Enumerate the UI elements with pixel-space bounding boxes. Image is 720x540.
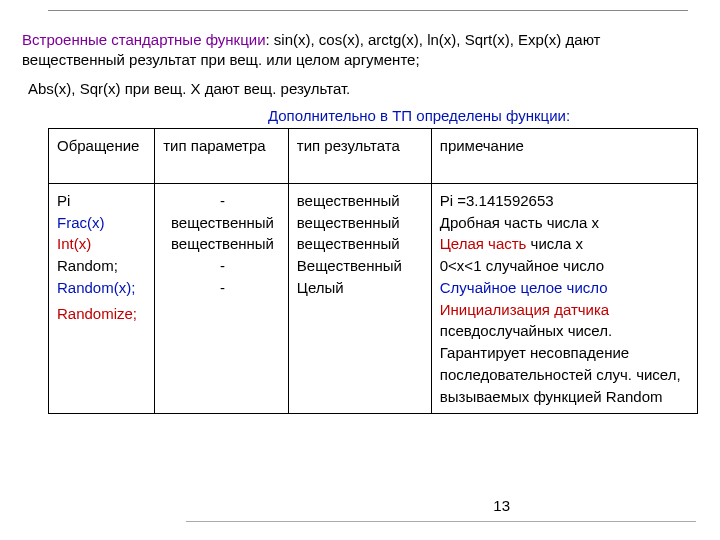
hdr-param: тип параметра xyxy=(155,128,289,183)
param-r5: - xyxy=(163,277,282,299)
top-rule xyxy=(48,10,688,11)
cell-results: вещественный вещественный вещественный В… xyxy=(288,183,431,414)
cell-notes: Pi =3.141592653 Дробная часть числа x Це… xyxy=(431,183,697,414)
call-randomize: Randomize; xyxy=(57,303,148,325)
intro-line: Встроенные стандартные функции: sin(x), … xyxy=(22,30,698,71)
call-random: Random; xyxy=(57,255,148,277)
res-r0: вещественный xyxy=(297,190,425,212)
note-r2: Целая часть числа x xyxy=(440,233,691,255)
res-r3: Вещественный xyxy=(297,255,425,277)
functions-table: Обращение тип параметра тип результата п… xyxy=(48,128,698,415)
line2: Abs(x), Sqr(x) при вещ. X дают вещ. резу… xyxy=(28,79,698,99)
res-r4: Целый xyxy=(297,277,425,299)
call-frac: Frac(x) xyxy=(57,212,148,234)
note-r6: псевдослучайных чисел. xyxy=(440,320,691,342)
cell-calls: Pi Frac(x) Int(x) Random; Random(x); Ran… xyxy=(49,183,155,414)
hdr-call: Обращение xyxy=(49,128,155,183)
page-number: 13 xyxy=(493,497,510,514)
param-r3: - xyxy=(163,255,282,277)
param-r1: вещественный xyxy=(163,212,282,234)
res-r2: вещественный xyxy=(297,233,425,255)
note-r4: Случайное целое число xyxy=(440,277,691,299)
call-random-x: Random(x); xyxy=(57,277,148,299)
table-header-row: Обращение тип параметра тип результата п… xyxy=(49,128,698,183)
footer-rule xyxy=(186,521,696,522)
call-pi: Pi xyxy=(57,190,148,212)
note-r0: Pi =3.141592653 xyxy=(440,190,691,212)
table-caption: Дополнительно в ТП определены функции: xyxy=(140,107,698,124)
note-r7: Гарантирует несовпадение xyxy=(440,342,691,364)
note-r5: Инициализация датчика xyxy=(440,299,691,321)
table-row: Pi Frac(x) Int(x) Random; Random(x); Ran… xyxy=(49,183,698,414)
hdr-note: примечание xyxy=(431,128,697,183)
param-r0: - xyxy=(163,190,282,212)
res-r1: вещественный xyxy=(297,212,425,234)
hdr-result: тип результата xyxy=(288,128,431,183)
note-r8: последовательностей случ. чисел, вызывае… xyxy=(440,364,691,408)
note-r3: 0<x<1 случайное число xyxy=(440,255,691,277)
cell-params: - вещественный вещественный - - xyxy=(155,183,289,414)
intro-tag: Встроенные стандартные функции xyxy=(22,31,266,48)
slide-body: Встроенные стандартные функции: sin(x), … xyxy=(0,0,720,414)
param-r2: вещественный xyxy=(163,233,282,255)
note-r2b: числа x xyxy=(526,235,583,252)
note-r1: Дробная часть числа x xyxy=(440,212,691,234)
call-int: Int(x) xyxy=(57,233,148,255)
note-r2a: Целая часть xyxy=(440,235,527,252)
